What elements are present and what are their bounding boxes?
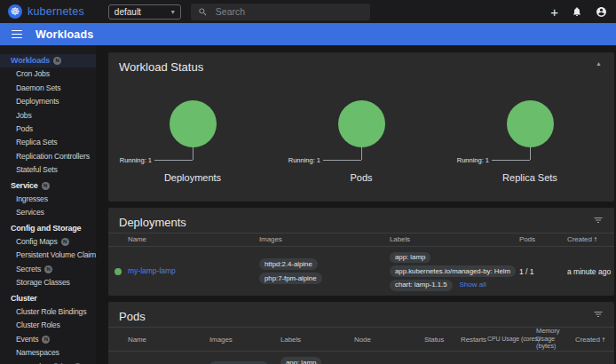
sidebar-item-cluster-role-bindings[interactable]: Cluster Role Bindings [0,305,96,319]
filter-button[interactable] [593,215,604,226]
filter-icon [593,309,604,320]
replica-sets-chart: Running: 1 Replica Sets [446,100,614,183]
namespace-selector[interactable]: default ▾ [108,4,181,20]
app-bar: Workloads [0,23,616,45]
chevron-down-icon: ▾ [171,8,175,16]
main-content: Workload Status ▲ Running: 1 Deployments [96,45,616,364]
sidebar-item-daemon-sets[interactable]: Daemon Sets [0,82,96,95]
sidebar-item-pods[interactable]: Pods [0,123,96,136]
pods-table-header: Name Images Labels Node Status Restarts … [108,327,614,352]
namespaced-badge-icon: N [44,265,52,273]
namespaced-badge-icon: N [53,57,61,65]
search-icon [198,7,208,17]
column-header-status[interactable]: Status [424,336,461,344]
created-timestamp: a minute ago [567,267,611,276]
chart-title: Pods [350,172,372,183]
sidebar-item-stateful-sets[interactable]: Stateful Sets [0,163,96,177]
label-chip: app.kubernetes.io/managed-by: Helm [390,265,516,277]
image-chip: php:7-fpm-alpine [259,273,322,284]
show-all-labels-link[interactable]: Show all [460,281,486,289]
column-header-images[interactable]: Images [259,235,390,243]
column-header-node[interactable]: Node [354,336,424,344]
sidebar-header-cluster: Cluster [0,292,96,305]
pods-pie-chart [338,100,385,147]
deployments-card: Deployments Name Images Labels Pods Crea… [108,208,614,296]
sidebar-item-services[interactable]: Services [0,206,96,219]
deployments-table-header: Name Images Labels Pods Created↑ [108,233,614,247]
namespaced-badge-icon: N [42,336,50,344]
sidebar-item-workloads[interactable]: WorkloadsN [0,54,96,67]
sidebar-nav: WorkloadsN Cron Jobs Daemon Sets Deploym… [0,45,96,364]
sidebar-item-cluster-roles[interactable]: Cluster Roles [0,319,96,332]
running-status-icon [115,268,122,275]
running-count-label: Running: 1 [120,156,152,164]
workload-status-title: Workload Status [108,52,614,77]
chart-title: Replica Sets [502,172,557,183]
pods-card-title: Pods [108,302,614,327]
namespace-selected-value: default [115,7,141,17]
top-bar: ☸ kubernetes default ▾ + [0,0,616,23]
search-box [191,4,370,20]
sidebar-item-service[interactable]: ServiceN [0,179,96,193]
chart-title: Deployments [164,172,221,183]
sidebar-item-jobs[interactable]: Jobs [0,109,96,123]
search-input[interactable] [216,6,363,17]
column-header-created[interactable]: Created↑ [575,336,614,344]
sidebar-item-network-policies[interactable]: Network PoliciesN [0,360,96,364]
column-header-memory-usage[interactable]: Memory Usage (bytes) [534,328,575,351]
deployments-card-title: Deployments [108,208,614,233]
sidebar-item-namespaces[interactable]: Namespaces [0,346,96,360]
column-header-created[interactable]: Created↑ [567,235,614,243]
sidebar-item-config-maps[interactable]: Config MapsN [0,235,96,249]
notifications-button[interactable] [572,6,582,17]
sidebar-item-ingresses[interactable]: Ingresses [0,193,96,206]
running-count-label: Running: 1 [288,156,320,164]
kubernetes-dashboard: ☸ kubernetes default ▾ + [0,0,616,364]
sidebar-item-events[interactable]: EventsN [0,333,96,346]
create-resource-button[interactable]: + [550,5,558,19]
workload-status-card: Workload Status ▲ Running: 1 Deployments [108,52,614,202]
chart-connector: Running: 1 [108,147,277,166]
workload-status-charts: Running: 1 Deployments Running: 1 Pods [108,100,614,183]
brand-wordmark: kubernetes [28,5,84,18]
bell-icon [572,6,582,17]
sidebar-item-cron-jobs[interactable]: Cron Jobs [0,67,96,81]
column-header-name[interactable]: Name [128,336,209,344]
sidebar-item-secrets[interactable]: SecretsN [0,263,96,276]
page-title: Workloads [36,28,93,41]
top-actions: + [550,5,607,19]
label-chip: app: lamp [390,252,430,264]
column-header-restarts[interactable]: Restarts [461,336,487,344]
chart-connector: Running: 1 [277,147,446,166]
chart-connector: Running: 1 [446,147,614,166]
sidebar-item-replica-sets[interactable]: Replica Sets [0,136,96,149]
deployment-name-link[interactable]: my-lamp-lamp [128,266,176,275]
column-header-labels[interactable]: Labels [280,336,354,344]
running-count-label: Running: 1 [457,156,489,164]
label-chip: app: lamp [280,357,321,364]
deployments-chart: Running: 1 Deployments [108,100,277,183]
column-header-labels[interactable]: Labels [390,235,519,243]
column-header-cpu-usage[interactable]: CPU Usage (cores) [487,336,534,343]
column-header-name[interactable]: Name [128,235,259,243]
sidebar-item-deployments[interactable]: Deployments [0,95,96,108]
column-header-images[interactable]: Images [209,336,280,344]
user-profile-button[interactable] [596,6,607,18]
menu-icon[interactable] [12,30,22,39]
sidebar-item-storage-classes[interactable]: Storage Classes [0,276,96,289]
pods-ready-count: 1 / 1 [519,267,567,276]
sidebar-header-config-and-storage: Config and Storage [0,222,96,235]
namespaced-badge-icon: N [42,182,50,190]
namespaced-badge-icon: N [61,238,69,246]
filter-button[interactable] [593,309,604,320]
collapse-card-button[interactable]: ▲ [596,60,602,67]
sidebar-item-persistent-volume-claims[interactable]: Persistent Volume ClaimsN [0,249,96,262]
filter-icon [593,215,604,226]
table-row: my-lamp-lamp httpd:2.4-alpinephp:7-fpm-a… [108,247,614,296]
pods-chart: Running: 1 Pods [277,100,446,183]
column-header-pods[interactable]: Pods [519,235,567,243]
replica-sets-pie-chart [507,100,554,147]
sidebar-item-replication-controllers[interactable]: Replication Controllers [0,150,96,163]
brand[interactable]: ☸ kubernetes [8,4,84,19]
deployments-pie-chart [170,100,217,147]
